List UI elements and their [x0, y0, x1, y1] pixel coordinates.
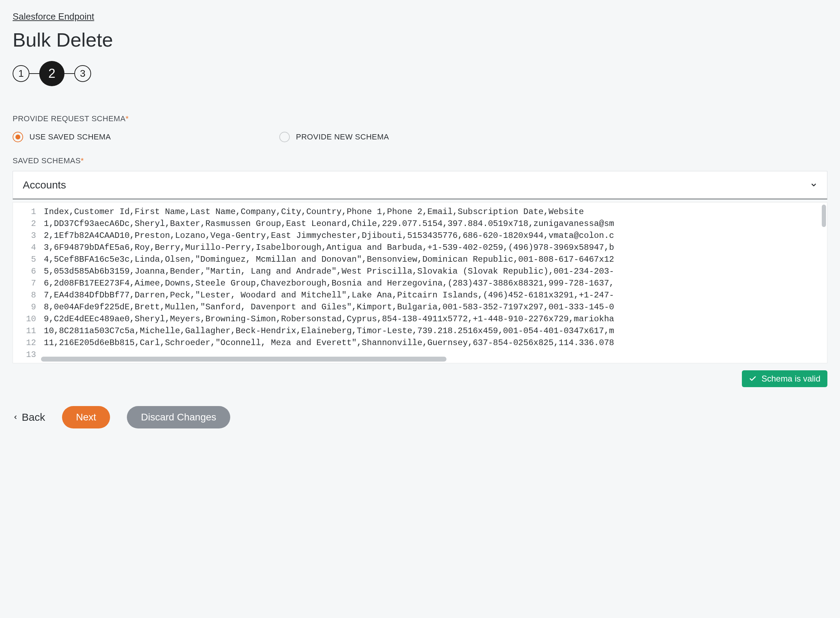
select-value: Accounts	[23, 179, 66, 191]
code-line: 4,5Cef8BFA16c5e3c,Linda,Olsen,"Dominguez…	[44, 254, 827, 266]
page-title: Bulk Delete	[13, 28, 827, 51]
code-line: 1,DD37Cf93aecA6Dc,Sheryl,Baxter,Rasmusse…	[44, 218, 827, 230]
radio-icon	[279, 132, 290, 142]
code-line: 6,2d08FB17EE273F4,Aimee,Downs,Steele Gro…	[44, 278, 827, 290]
horizontal-scrollbar[interactable]	[41, 357, 821, 361]
schema-label: PROVIDE REQUEST SCHEMA*	[13, 114, 827, 123]
code-line: 10,8C2811a503C7c5a,Michelle,Gallagher,Be…	[44, 325, 827, 337]
step-3[interactable]: 3	[74, 65, 91, 82]
required-icon: *	[125, 114, 129, 123]
schema-radio-group: USE SAVED SCHEMA PROVIDE NEW SCHEMA	[13, 132, 827, 142]
radio-provide-new[interactable]: PROVIDE NEW SCHEMA	[279, 132, 390, 142]
scrollbar-thumb[interactable]	[41, 357, 446, 361]
back-button[interactable]: Back	[13, 411, 45, 423]
radio-icon	[13, 132, 23, 142]
required-icon: *	[80, 156, 84, 165]
step-connector	[64, 73, 74, 74]
code-line: Index,Customer Id,First Name,Last Name,C…	[44, 206, 827, 218]
breadcrumb-link[interactable]: Salesforce Endpoint	[13, 11, 94, 22]
code-line: 11,216E205d6eBb815,Carl,Schroeder,"Oconn…	[44, 337, 827, 349]
chevron-down-icon	[810, 181, 817, 189]
code-line: 3,6F94879bDAfE5a6,Roy,Berry,Murillo-Perr…	[44, 242, 827, 254]
schema-valid-badge: Schema is valid	[742, 370, 827, 387]
saved-schemas-label-text: SAVED SCHEMAS	[13, 156, 80, 165]
code-line: 5,053d585Ab6b3159,Joanna,Bender,"Martin,…	[44, 266, 827, 278]
code-line: 8,0e04AFde9f225dE,Brett,Mullen,"Sanford,…	[44, 301, 827, 313]
step-connector	[30, 73, 39, 74]
back-label: Back	[22, 411, 45, 423]
valid-text: Schema is valid	[761, 374, 821, 383]
schema-label-text: PROVIDE REQUEST SCHEMA	[13, 114, 125, 123]
schema-editor[interactable]: 12345678910111213 Index,Customer Id,Firs…	[13, 202, 827, 363]
radio-use-saved[interactable]: USE SAVED SCHEMA	[13, 132, 111, 142]
code-line: 9,C2dE4dEEc489ae0,Sheryl,Meyers,Browning…	[44, 313, 827, 325]
next-button[interactable]: Next	[62, 406, 110, 428]
step-1[interactable]: 1	[13, 65, 30, 82]
editor-content[interactable]: Index,Customer Id,First Name,Last Name,C…	[41, 202, 827, 349]
step-2[interactable]: 2	[39, 61, 64, 86]
chevron-left-icon	[13, 413, 18, 422]
radio-label: PROVIDE NEW SCHEMA	[296, 132, 390, 141]
scrollbar-thumb[interactable]	[822, 205, 826, 227]
check-icon	[749, 375, 757, 383]
line-gutter: 12345678910111213	[13, 202, 41, 363]
stepper: 1 2 3	[13, 61, 827, 86]
code-line: 7,EA4d384DfDbBf77,Darren,Peck,"Lester, W…	[44, 290, 827, 301]
discard-button[interactable]: Discard Changes	[127, 406, 230, 428]
vertical-scrollbar[interactable]	[821, 202, 827, 363]
code-line: 2,1Ef7b82A4CAAD10,Preston,Lozano,Vega-Ge…	[44, 230, 827, 242]
footer: Back Next Discard Changes	[13, 406, 827, 428]
radio-label: USE SAVED SCHEMA	[30, 132, 111, 141]
saved-schemas-label: SAVED SCHEMAS*	[13, 156, 827, 165]
saved-schema-select[interactable]: Accounts	[13, 171, 827, 199]
